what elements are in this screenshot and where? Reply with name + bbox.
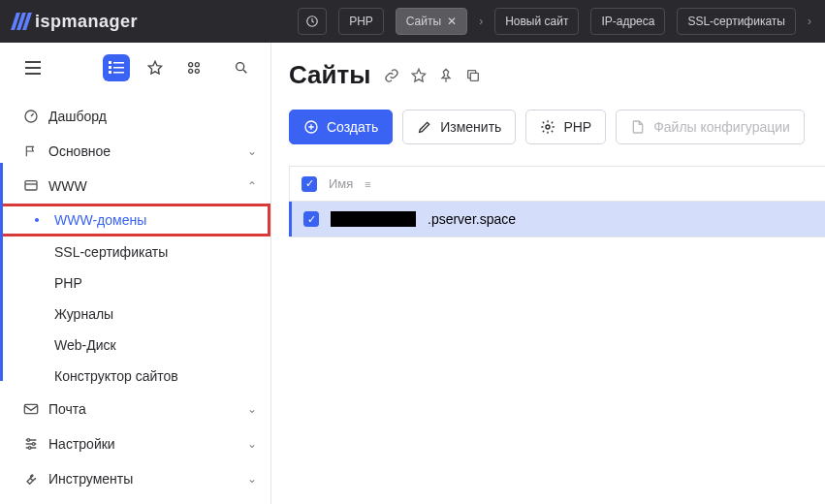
flag-icon bbox=[14, 143, 48, 159]
pin-icon[interactable] bbox=[438, 68, 454, 83]
chevron-right-icon: › bbox=[808, 15, 811, 28]
svg-point-17 bbox=[28, 446, 31, 449]
gear-icon bbox=[540, 119, 555, 135]
create-button[interactable]: Создать bbox=[289, 110, 393, 144]
column-name[interactable]: Имя bbox=[329, 176, 353, 191]
domain-suffix: .pserver.space bbox=[428, 211, 516, 227]
nav-label: WWW bbox=[48, 178, 247, 194]
sidebar-item-builder[interactable]: Конструктор сайтов bbox=[0, 361, 270, 392]
pencil-icon bbox=[417, 119, 432, 135]
svg-point-8 bbox=[195, 63, 199, 67]
page-title: Сайты bbox=[289, 60, 370, 90]
button-label: Изменить bbox=[440, 119, 501, 135]
svg-point-10 bbox=[195, 69, 199, 73]
sidebar-item-logs[interactable]: Журналы bbox=[0, 299, 270, 330]
sidebar-item-settings[interactable]: Настройки ⌄ bbox=[0, 426, 270, 461]
svg-rect-3 bbox=[109, 66, 111, 69]
sidebar-item-www-domains[interactable]: WWW-домены bbox=[0, 204, 270, 236]
crumb-sites[interactable]: Сайты ✕ bbox=[396, 8, 467, 35]
svg-rect-4 bbox=[113, 67, 124, 69]
chevron-right-icon: › bbox=[479, 15, 483, 28]
svg-rect-13 bbox=[25, 180, 37, 189]
sidebar-item-webdisk[interactable]: Web-Диск bbox=[0, 330, 270, 361]
nav-label: Инструменты bbox=[48, 471, 247, 487]
svg-point-7 bbox=[189, 63, 193, 67]
chevron-down-icon: ⌄ bbox=[247, 472, 257, 486]
button-label: PHP bbox=[563, 119, 591, 135]
sliders-icon bbox=[14, 436, 48, 452]
sidebar: Дашборд Основное ⌄ WWW ⌃ WWW-домены SSL-… bbox=[0, 43, 271, 504]
nav-label: Web-Диск bbox=[54, 337, 116, 353]
sidebar-item-stats[interactable]: Статистика ⌄ bbox=[0, 496, 270, 504]
search-icon[interactable] bbox=[228, 54, 255, 81]
svg-rect-6 bbox=[113, 72, 124, 74]
star-icon[interactable] bbox=[411, 68, 427, 83]
nav-label: Конструктор сайтов bbox=[54, 368, 178, 384]
svg-rect-1 bbox=[109, 61, 111, 64]
crumb-php[interactable]: PHP bbox=[338, 8, 384, 35]
sites-table: ✓ Имя ≡ ✓ .pserver.space bbox=[289, 166, 825, 237]
nav-label: Основное bbox=[48, 143, 247, 159]
active-group-indicator bbox=[0, 163, 3, 381]
list-view-icon[interactable] bbox=[103, 54, 130, 81]
svg-rect-14 bbox=[24, 404, 37, 413]
sidebar-item-mail[interactable]: Почта ⌄ bbox=[0, 392, 270, 426]
table-row[interactable]: ✓ .pserver.space bbox=[289, 202, 825, 236]
nav-label: Журналы bbox=[54, 306, 113, 322]
button-label: Создать bbox=[327, 119, 378, 135]
logo-icon bbox=[14, 13, 29, 30]
content-area: Сайты Создать Изменить PHP bbox=[271, 43, 825, 504]
gauge-icon bbox=[14, 109, 48, 124]
crumb-newsite[interactable]: Новый сайт bbox=[494, 8, 579, 35]
sidebar-nav: Дашборд Основное ⌄ WWW ⌃ WWW-домены SSL-… bbox=[0, 93, 270, 504]
plus-icon bbox=[303, 119, 319, 135]
svg-rect-5 bbox=[109, 71, 111, 74]
app-header: ispmanager PHP Сайты ✕ › Новый сайт IP-а… bbox=[0, 0, 825, 43]
globe-icon bbox=[14, 178, 48, 194]
svg-point-11 bbox=[237, 63, 244, 71]
sidebar-item-ssl[interactable]: SSL-сертификаты bbox=[0, 236, 270, 268]
select-all-checkbox[interactable]: ✓ bbox=[301, 176, 317, 192]
file-icon bbox=[630, 119, 646, 135]
nav-label: WWW-домены bbox=[54, 212, 146, 228]
chevron-down-icon: ⌄ bbox=[247, 402, 257, 416]
config-files-button[interactable]: Файлы конфигурации bbox=[616, 110, 805, 144]
nav-label: Дашборд bbox=[48, 109, 257, 124]
nav-label: SSL-сертификаты bbox=[54, 244, 168, 260]
sort-icon[interactable]: ≡ bbox=[365, 178, 370, 190]
sidebar-item-www[interactable]: WWW ⌃ bbox=[0, 169, 270, 204]
edit-button[interactable]: Изменить bbox=[402, 110, 516, 144]
chevron-down-icon: ⌄ bbox=[247, 144, 257, 158]
brand-logo: ispmanager bbox=[14, 12, 138, 32]
sidebar-item-dashboard[interactable]: Дашборд bbox=[0, 99, 270, 134]
redacted-domain bbox=[331, 211, 416, 227]
svg-rect-2 bbox=[113, 62, 124, 64]
toolbar: Создать Изменить PHP Файлы конфигурации bbox=[289, 110, 825, 144]
svg-point-16 bbox=[32, 442, 35, 445]
modules-icon[interactable] bbox=[180, 54, 207, 81]
table-header: ✓ Имя ≡ bbox=[290, 167, 825, 202]
svg-point-9 bbox=[189, 69, 193, 73]
chevron-down-icon: ⌄ bbox=[247, 437, 257, 451]
chevron-up-icon: ⌃ bbox=[247, 179, 257, 193]
copy-icon[interactable] bbox=[465, 68, 481, 83]
php-button[interactable]: PHP bbox=[525, 110, 606, 144]
link-icon[interactable] bbox=[384, 68, 399, 83]
star-icon[interactable] bbox=[142, 54, 169, 81]
sidebar-toolbar bbox=[0, 43, 270, 93]
close-icon[interactable]: ✕ bbox=[447, 15, 457, 28]
button-label: Файлы конфигурации bbox=[653, 119, 790, 135]
menu-toggle[interactable] bbox=[16, 61, 50, 75]
header-clock-icon[interactable] bbox=[298, 8, 327, 35]
svg-rect-18 bbox=[471, 73, 479, 80]
sidebar-item-tools[interactable]: Инструменты ⌄ bbox=[0, 461, 270, 496]
svg-point-20 bbox=[546, 125, 550, 129]
nav-label: PHP bbox=[54, 275, 82, 291]
row-checkbox[interactable]: ✓ bbox=[303, 211, 319, 227]
nav-label: Настройки bbox=[48, 436, 247, 452]
mail-icon bbox=[14, 403, 48, 415]
crumb-ssl[interactable]: SSL-сертификаты bbox=[677, 8, 796, 35]
crumb-ip[interactable]: IP-адреса bbox=[590, 8, 665, 35]
sidebar-item-main[interactable]: Основное ⌄ bbox=[0, 134, 270, 169]
sidebar-item-php[interactable]: PHP bbox=[0, 268, 270, 299]
